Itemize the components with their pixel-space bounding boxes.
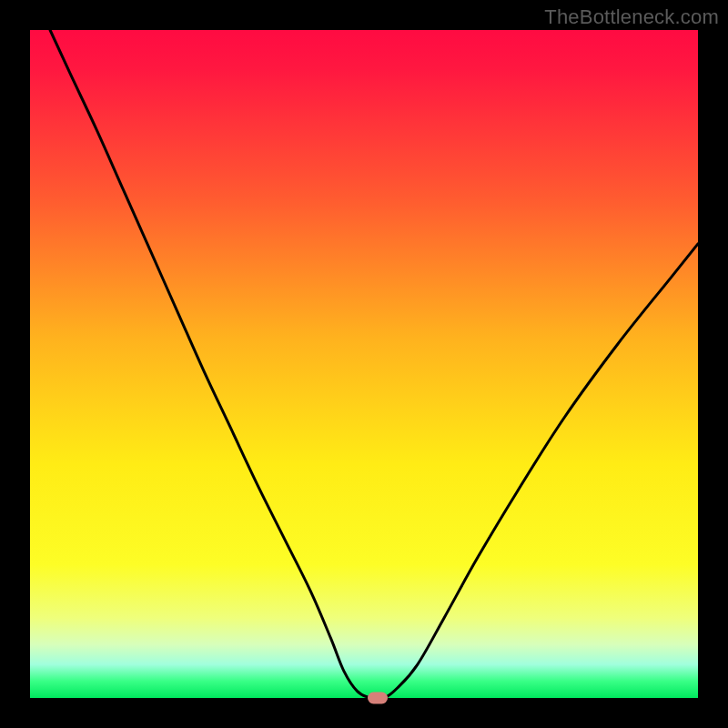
chart-frame: TheBottleneck.com xyxy=(0,0,728,728)
curve-svg xyxy=(30,30,698,698)
watermark-text: TheBottleneck.com xyxy=(544,5,719,29)
plot-area xyxy=(30,30,698,698)
bottleneck-curve xyxy=(50,30,698,699)
optimum-marker xyxy=(368,693,388,704)
